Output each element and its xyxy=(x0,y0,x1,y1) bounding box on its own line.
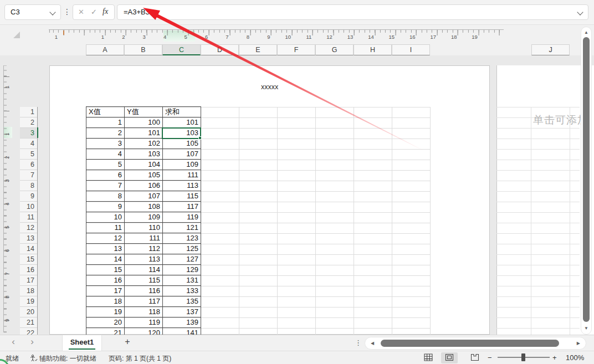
table-cell[interactable]: 109 xyxy=(125,212,163,223)
view-page-break-button[interactable] xyxy=(468,352,482,363)
zoom-level[interactable]: 100% xyxy=(566,353,584,362)
table-cell[interactable]: 17 xyxy=(86,286,125,296)
name-box-dropdown-icon[interactable] xyxy=(49,9,55,15)
table-cell[interactable]: 19 xyxy=(86,307,125,317)
table-cell[interactable]: 116 xyxy=(125,286,163,296)
row-header-6[interactable]: 6 xyxy=(20,160,37,170)
table-cell[interactable]: 108 xyxy=(125,202,163,212)
page-info[interactable]: 页码: 第 1 页(共 1 页) xyxy=(109,354,171,363)
column-header-F[interactable]: F xyxy=(277,44,315,55)
next-page-placeholder[interactable]: 单击可添加 xyxy=(533,113,588,127)
row-header-13[interactable]: 13 xyxy=(20,233,37,244)
column-header-A[interactable]: A xyxy=(86,44,124,55)
table-cell[interactable]: 104 xyxy=(125,160,163,170)
table-cell[interactable]: 16 xyxy=(86,275,125,286)
table-cell[interactable]: 111 xyxy=(125,233,163,244)
table-cell[interactable]: 107 xyxy=(125,191,163,202)
row-header-9[interactable]: 9 xyxy=(20,191,37,202)
table-cell[interactable]: 119 xyxy=(163,212,201,223)
table-cell[interactable]: 139 xyxy=(163,317,201,328)
table-cell[interactable]: 131 xyxy=(163,275,201,286)
row-header-19[interactable]: 19 xyxy=(20,296,37,307)
table-cell[interactable]: 7 xyxy=(86,181,125,191)
table-cell[interactable]: 101 xyxy=(125,128,163,139)
table-cell[interactable]: 15 xyxy=(86,265,125,275)
table-cell[interactable]: 21 xyxy=(86,328,125,335)
table-cell[interactable]: 6 xyxy=(86,170,125,181)
table-cell[interactable]: 117 xyxy=(163,202,201,212)
row-header-17[interactable]: 17 xyxy=(20,275,37,286)
row-header-14[interactable]: 14 xyxy=(20,244,37,254)
view-page-layout-button[interactable] xyxy=(441,352,458,363)
column-header-G[interactable]: G xyxy=(315,44,354,55)
column-header-E[interactable]: E xyxy=(239,44,277,55)
table-cell[interactable]: 105 xyxy=(125,170,163,181)
column-header-D[interactable]: D xyxy=(201,44,239,55)
column-header-J[interactable]: J xyxy=(531,44,570,55)
zoom-out-button[interactable]: − xyxy=(488,353,492,362)
row-header-22[interactable]: 22 xyxy=(20,328,37,335)
row-header-11[interactable]: 11 xyxy=(20,212,37,223)
table-cell[interactable]: 123 xyxy=(163,233,201,244)
table-cell[interactable]: 113 xyxy=(163,181,201,191)
ready-status[interactable]: 就绪 xyxy=(6,354,19,363)
more-vertical-icon[interactable]: ⋮ xyxy=(355,339,362,347)
scroll-up-icon[interactable]: ▲ xyxy=(584,30,588,35)
table-cell[interactable]: 105 xyxy=(163,139,201,149)
table-cell[interactable]: 11 xyxy=(86,223,125,233)
table-header-cell[interactable]: 求和 xyxy=(163,107,201,117)
table-cell[interactable]: 103 xyxy=(125,149,163,160)
row-header-15[interactable]: 15 xyxy=(20,254,37,265)
scroll-left-icon[interactable]: ◀ xyxy=(371,341,374,346)
row-header-10[interactable]: 10 xyxy=(20,202,37,212)
table-cell[interactable]: 12 xyxy=(86,233,125,244)
formula-bar-expand-icon[interactable] xyxy=(577,9,583,15)
table-cell[interactable]: 102 xyxy=(125,139,163,149)
add-sheet-button[interactable]: + xyxy=(122,337,133,347)
row-header-5[interactable]: 5 xyxy=(20,149,37,160)
table-cell[interactable]: 101 xyxy=(163,117,201,128)
selected-cell-border[interactable] xyxy=(162,127,201,139)
sheet-next-icon[interactable]: › xyxy=(27,336,38,347)
row-header-4[interactable]: 4 xyxy=(20,139,37,149)
vertical-scrollbar-thumb[interactable] xyxy=(583,37,590,322)
table-cell[interactable]: 118 xyxy=(125,307,163,317)
zoom-slider-thumb[interactable] xyxy=(521,353,525,361)
table-cell[interactable]: 8 xyxy=(86,191,125,202)
table-cell[interactable]: 129 xyxy=(163,265,201,275)
row-header-8[interactable]: 8 xyxy=(20,181,37,191)
select-all-triangle-icon[interactable] xyxy=(13,32,20,38)
column-header-C[interactable]: C xyxy=(162,44,201,55)
insert-function-icon[interactable]: fx xyxy=(103,7,108,16)
table-cell[interactable]: 10 xyxy=(86,212,125,223)
table-cell[interactable]: 107 xyxy=(163,149,201,160)
table-cell[interactable]: 110 xyxy=(125,223,163,233)
row-header-16[interactable]: 16 xyxy=(20,265,37,275)
scroll-down-icon[interactable]: ▼ xyxy=(584,326,588,331)
name-box[interactable]: C3 xyxy=(4,4,61,20)
table-cell[interactable]: 117 xyxy=(125,296,163,307)
vertical-scrollbar[interactable]: ▲ ▼ xyxy=(581,27,592,335)
sheet-prev-icon[interactable]: ‹ xyxy=(8,336,19,347)
table-cell[interactable]: 100 xyxy=(125,117,163,128)
table-cell[interactable]: 114 xyxy=(125,265,163,275)
table-cell[interactable]: 125 xyxy=(163,244,201,254)
table-header-cell[interactable]: Y值 xyxy=(125,107,163,117)
table-cell[interactable]: 109 xyxy=(163,160,201,170)
table-cell[interactable]: 14 xyxy=(86,254,125,265)
row-header-3[interactable]: 3 xyxy=(20,128,37,139)
zoom-in-button[interactable]: + xyxy=(552,353,557,362)
row-header-20[interactable]: 20 xyxy=(20,307,37,317)
table-cell[interactable]: 115 xyxy=(125,275,163,286)
table-cell[interactable]: 115 xyxy=(163,191,201,202)
column-header-I[interactable]: I xyxy=(392,44,430,55)
table-cell[interactable]: 18 xyxy=(86,296,125,307)
row-header-12[interactable]: 12 xyxy=(20,223,37,233)
row-header-21[interactable]: 21 xyxy=(20,317,37,328)
table-header-cell[interactable]: X值 xyxy=(86,107,125,117)
table-cell[interactable]: 113 xyxy=(125,254,163,265)
confirm-icon[interactable]: ✓ xyxy=(91,8,97,16)
table-cell[interactable]: 141 xyxy=(163,328,201,335)
table-cell[interactable]: 5 xyxy=(86,160,125,170)
table-cell[interactable]: 119 xyxy=(125,317,163,328)
